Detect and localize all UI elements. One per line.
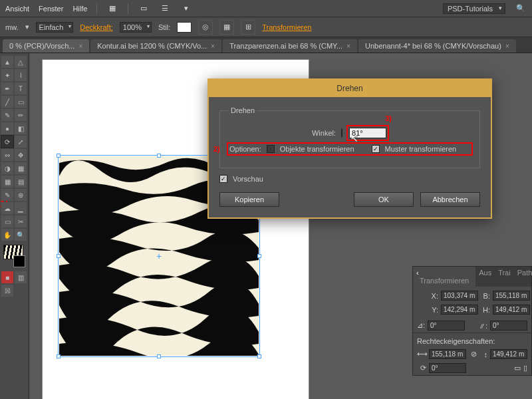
tab-transform[interactable]: ‹ Transformieren — [413, 267, 475, 287]
gradient-tool[interactable]: ▤ — [15, 176, 27, 188]
chevron-icon[interactable]: ▾ — [25, 23, 29, 31]
handle[interactable] — [57, 254, 61, 258]
dialog-title[interactable]: Drehen — [209, 80, 491, 97]
style-swatch[interactable] — [177, 22, 192, 33]
flip-v-icon[interactable]: ▯ — [523, 364, 527, 372]
rotate-tool[interactable]: ⟳ — [1, 136, 13, 148]
x-input[interactable] — [441, 291, 478, 301]
annotation-3: 3) — [385, 114, 392, 122]
flip-h-icon[interactable]: ▭ — [514, 364, 521, 372]
direct-select-tool[interactable]: △ — [15, 56, 27, 68]
perspective-tool[interactable]: ▦ — [15, 162, 27, 174]
line-tool[interactable]: ╱ — [1, 96, 13, 108]
layout-icon[interactable]: ▭ — [138, 3, 150, 15]
selection-tool[interactable]: ▲ — [1, 56, 13, 68]
menu-ansicht[interactable]: Ansicht — [5, 5, 29, 13]
scale-tool[interactable]: ⤢ — [15, 136, 27, 148]
align-icon[interactable]: ▦ — [219, 20, 234, 35]
vorschau-checkbox[interactable]: ✓ — [219, 175, 227, 183]
transform-icon[interactable]: ⊞ — [241, 20, 255, 35]
stroke-profile[interactable]: Einfach — [36, 22, 74, 33]
eyedropper-tool[interactable]: ✎ — [1, 189, 13, 201]
menu-fenster[interactable]: Fenster — [39, 5, 63, 13]
brush-tool[interactable]: ✎ — [1, 109, 13, 121]
abbrechen-button[interactable]: Abbrechen — [420, 192, 480, 207]
handle[interactable] — [257, 354, 261, 358]
reference-point[interactable] — [417, 295, 418, 311]
handle[interactable] — [57, 154, 61, 158]
recht-label: Rechteckeigenschaften: — [417, 337, 495, 345]
annotation-2: 2) — [213, 145, 220, 153]
b-input[interactable] — [493, 291, 530, 301]
shape-builder-tool[interactable]: ◑ — [1, 162, 13, 174]
wand-tool[interactable]: ✦ — [1, 69, 13, 81]
rh-input[interactable] — [490, 349, 527, 359]
objekte-label: Objekte transformieren — [280, 145, 354, 153]
ok-button[interactable]: OK — [354, 192, 414, 207]
optionen-label: Optionen: — [229, 145, 261, 153]
bridge-icon[interactable]: ▦ — [106, 3, 118, 15]
handle[interactable] — [57, 354, 61, 358]
close-icon[interactable]: × — [211, 43, 215, 50]
zoom-tool[interactable]: 🔍 — [15, 229, 27, 241]
symbol-tool[interactable]: ☁ — [1, 202, 13, 214]
none-mode[interactable]: ☒ — [1, 285, 13, 297]
doc-tab[interactable]: 0 % (PCR)/Vorsch...× — [3, 39, 89, 53]
slice-tool[interactable]: ✂ — [15, 215, 27, 227]
shear-input[interactable] — [490, 321, 527, 331]
blend-tool[interactable]: ⊛ — [15, 189, 27, 201]
handle[interactable] — [257, 254, 261, 258]
tool-panel: ▲△ ✦⌇ ✒T ╱▭ ✎✏ ●◧ ⟳⤢ ⇔✥ ◑▦ ▦▤ ✎⊛ ☁▁ ▭✂ ✋… — [0, 53, 29, 399]
stil-label: Stil: — [158, 23, 170, 31]
doc-tab[interactable]: Tranzparenzen.ai bei 68 % (CMY...× — [223, 39, 357, 53]
blob-tool[interactable]: ● — [1, 122, 13, 134]
rw-input[interactable] — [429, 349, 466, 359]
pen-tool[interactable]: ✒ — [1, 82, 13, 94]
rotate-group: Drehen 3) Winkel: ↖ 2) Optionen: Objekte… — [219, 106, 480, 168]
h-input[interactable] — [493, 305, 530, 315]
handle[interactable] — [157, 354, 161, 358]
gradient-mode[interactable]: ▥ — [15, 271, 27, 283]
mesh-tool[interactable]: ▦ — [1, 176, 13, 188]
doc-setup-icon[interactable]: ◎ — [198, 20, 213, 35]
handle[interactable] — [157, 154, 161, 158]
rotate-dialog: Drehen Drehen 3) Winkel: ↖ 2) Optionen: — [207, 78, 492, 219]
color-mode[interactable]: ■ — [1, 271, 13, 283]
rect-tool[interactable]: ▭ — [15, 96, 27, 108]
doc-tab[interactable]: Kontur.ai bei 1200 % (CMYK/Vo...× — [90, 39, 221, 53]
close-icon[interactable]: × — [78, 43, 82, 50]
hand-tool[interactable]: ✋ — [1, 229, 13, 241]
angle-input[interactable] — [428, 321, 465, 331]
width-tool[interactable]: ⇔ — [1, 149, 13, 161]
graph-tool[interactable]: ▁ — [15, 202, 27, 214]
free-transform-tool[interactable]: ✥ — [15, 149, 27, 161]
transform-link[interactable]: Transformieren — [262, 23, 311, 31]
tab-trai[interactable]: Trai — [495, 267, 514, 287]
chevron-down-icon[interactable]: ▾ — [180, 3, 192, 15]
angle-knob[interactable] — [341, 128, 342, 138]
options-highlight: Optionen: Objekte transformieren ✓ Muste… — [228, 144, 471, 154]
tab-aus[interactable]: Aus — [475, 267, 495, 287]
pencil-tool[interactable]: ✏ — [15, 109, 27, 121]
search-icon[interactable]: 🔍 — [515, 3, 527, 15]
fill-stroke-swatch[interactable] — [3, 245, 25, 267]
objekte-checkbox[interactable] — [267, 145, 275, 153]
type-tool[interactable]: T — [15, 82, 27, 94]
doc-tab[interactable]: Unbenannt-4* bei 68 % (CMYK/Vorschau)× — [358, 39, 516, 53]
layout2-icon[interactable]: ☰ — [159, 3, 171, 15]
kopieren-button[interactable]: Kopieren — [219, 192, 279, 207]
menu-bar: Ansicht Fenster Hilfe ▦ ▭ ☰ ▾ PSD-Tutori… — [0, 0, 532, 17]
deckkraft-label[interactable]: Deckkraft: — [80, 23, 113, 31]
muster-checkbox[interactable]: ✓ — [372, 145, 380, 153]
workspace-dropdown[interactable]: PSD-Tutorials — [443, 3, 505, 14]
deckkraft-value[interactable]: 100% — [120, 22, 152, 33]
eraser-tool[interactable]: ◧ — [15, 122, 27, 134]
lasso-tool[interactable]: ⌇ — [15, 69, 27, 81]
rang-input[interactable] — [429, 363, 466, 373]
tab-path[interactable]: Path — [514, 267, 532, 287]
close-icon[interactable]: × — [505, 43, 509, 50]
menu-hilfe[interactable]: Hilfe — [72, 5, 87, 13]
y-input[interactable] — [441, 305, 478, 315]
artboard-tool[interactable]: ▭ — [1, 215, 13, 227]
close-icon[interactable]: × — [346, 43, 350, 50]
